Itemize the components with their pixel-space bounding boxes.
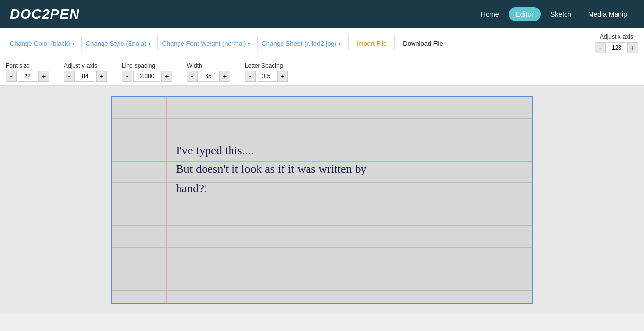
toolbar-row2: Font size - + Adjust y-axis - + Line-spa… xyxy=(0,58,644,86)
font-size-input[interactable] xyxy=(18,71,37,82)
line-spacing-stepper: - + xyxy=(122,71,172,82)
hw-line3: hand?! xyxy=(176,179,367,197)
width-plus-button[interactable]: + xyxy=(219,71,230,82)
x-axis-minus-button[interactable]: - xyxy=(595,42,606,53)
width-input[interactable] xyxy=(199,71,218,82)
x-axis-input[interactable] xyxy=(607,42,626,53)
line-spacing-group: Line-spacing - + xyxy=(122,62,172,82)
line-spacing-plus-button[interactable]: + xyxy=(161,71,172,82)
x-axis-plus-button[interactable]: + xyxy=(627,42,638,53)
document-frame: I've typed this.... But doesn't it look … xyxy=(111,96,533,304)
adjust-x-axis-group: Adjust x-axis - + xyxy=(595,33,638,53)
width-group: Width - + xyxy=(187,62,230,82)
y-axis-minus-button[interactable]: - xyxy=(64,71,75,82)
nav-sketch[interactable]: Sketch xyxy=(543,7,578,21)
change-font-weight-dropdown[interactable]: Change Font Weight (normal) xyxy=(158,37,258,50)
margin-line xyxy=(166,97,167,303)
hw-line2: But doesn't it look as if it was written… xyxy=(176,160,367,178)
toolbar-row1: Change Color (black) Change Style (Enola… xyxy=(0,28,644,58)
nav-media-manip[interactable]: Media Manip xyxy=(581,7,634,21)
change-sheet-dropdown[interactable]: Change Sheet (ruled2.jpg) xyxy=(258,37,348,50)
letter-spacing-stepper: - + xyxy=(245,71,288,82)
line-spacing-minus-button[interactable]: - xyxy=(122,71,132,82)
font-size-label: Font size xyxy=(6,62,30,69)
ruled-paper: I've typed this.... But doesn't it look … xyxy=(112,97,532,303)
line-spacing-input[interactable] xyxy=(133,71,160,82)
ruled-line-7 xyxy=(112,269,532,269)
y-axis-label: Adjust y-axis xyxy=(64,62,97,69)
ruled-line-5 xyxy=(112,225,532,226)
nav-links: Home Editor Sketch Media Manip xyxy=(474,7,634,21)
font-size-plus-button[interactable]: + xyxy=(38,71,49,82)
ruled-line-4 xyxy=(112,204,532,204)
change-style-dropdown[interactable]: Change Style (Enola) xyxy=(82,37,158,50)
font-size-minus-button[interactable]: - xyxy=(6,71,17,82)
adjust-x-axis-label: Adjust x-axis xyxy=(600,33,633,40)
y-axis-group: Adjust y-axis - + xyxy=(64,62,107,82)
ruled-line-2 xyxy=(112,140,532,140)
y-axis-stepper: - + xyxy=(64,71,107,82)
change-color-dropdown[interactable]: Change Color (black) xyxy=(6,37,82,50)
width-minus-button[interactable]: - xyxy=(187,71,198,82)
font-size-group: Font size - + xyxy=(6,62,49,82)
line-spacing-label: Line-spacing xyxy=(122,62,155,69)
download-file-button[interactable]: Download File xyxy=(394,37,451,50)
letter-spacing-input[interactable] xyxy=(257,71,276,82)
letter-spacing-group: Letter Spacing - + xyxy=(245,62,288,82)
letter-spacing-plus-button[interactable]: + xyxy=(277,71,288,82)
canvas-area: I've typed this.... But doesn't it look … xyxy=(0,86,644,314)
nav-home[interactable]: Home xyxy=(474,7,506,21)
letter-spacing-label: Letter Spacing xyxy=(245,62,283,69)
y-axis-input[interactable] xyxy=(76,71,95,82)
import-file-button[interactable]: Import File xyxy=(348,37,394,50)
font-size-stepper: - + xyxy=(6,71,49,82)
navbar: DOC2PEN Home Editor Sketch Media Manip xyxy=(0,0,644,28)
ruled-line-1 xyxy=(112,118,532,119)
hw-line1: I've typed this.... xyxy=(176,141,367,160)
x-axis-stepper: - + xyxy=(595,42,638,53)
handwritten-text: I've typed this.... But doesn't it look … xyxy=(176,141,367,197)
ruled-line-6 xyxy=(112,247,532,248)
width-stepper: - + xyxy=(187,71,230,82)
letter-spacing-minus-button[interactable]: - xyxy=(245,71,256,82)
y-axis-plus-button[interactable]: + xyxy=(96,71,107,82)
nav-editor[interactable]: Editor xyxy=(509,7,541,21)
app-logo: DOC2PEN xyxy=(10,6,79,22)
width-label: Width xyxy=(187,62,202,69)
ruled-line-8 xyxy=(112,290,532,291)
